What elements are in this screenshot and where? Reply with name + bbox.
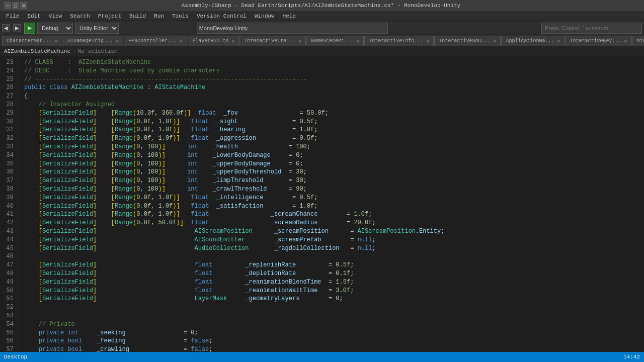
code-container: 23 24 25 26 27 28 29 30 31 32 33 34 35 3…	[0, 56, 644, 352]
tab-aidamagetrig[interactable]: AIDamageTrig...✕	[63, 36, 123, 46]
search-input[interactable]	[541, 23, 642, 34]
status-bar: Desktop 14:42	[0, 352, 644, 362]
tab-close-characterman[interactable]: ✕	[55, 38, 58, 44]
tab-close-gamescenemi[interactable]: ✕	[356, 38, 359, 44]
menu-run[interactable]: Run	[150, 11, 168, 21]
tab-missionobject[interactable]: MissionObject...✕	[632, 36, 644, 46]
menu-edit[interactable]: Edit	[23, 11, 44, 21]
close-button[interactable]: ✕	[20, 2, 27, 9]
menu-window[interactable]: Window	[251, 11, 279, 21]
menu-project[interactable]: Project	[94, 11, 125, 21]
menu-build[interactable]: Build	[125, 11, 150, 21]
tab-interactiveinfo[interactable]: InteractiveInfo...✕	[364, 36, 434, 46]
tab-prev-button[interactable]: ◀	[2, 24, 10, 32]
tab-close-applicationma[interactable]: ✕	[557, 38, 560, 44]
line-numbers: 23 24 25 26 27 28 29 30 31 32 33 34 35 3…	[0, 56, 18, 352]
tab-applicationma[interactable]: ApplicationMa...✕	[501, 36, 565, 46]
tab-playerhud[interactable]: PlayerHUD.cs✕	[188, 36, 239, 46]
play-button[interactable]: ▶	[24, 23, 35, 34]
center-search[interactable]	[197, 23, 388, 34]
tab-bar: CharacterMan...✕ AIDamageTrig...✕ FPSCon…	[0, 35, 644, 46]
tab-close-playerhud[interactable]: ✕	[231, 38, 234, 44]
tab-close-interactiveinfo[interactable]: ✕	[426, 38, 429, 44]
minimize-button[interactable]: ─	[4, 2, 11, 9]
tab-close-interactivekey[interactable]: ✕	[624, 38, 627, 44]
tab-next-button[interactable]: ▶	[13, 24, 21, 32]
tab-close-interactiveite[interactable]: ✕	[298, 38, 301, 44]
menu-tools[interactable]: Tools	[168, 11, 193, 21]
menu-search[interactable]: Search	[66, 11, 94, 21]
tab-gamescenemi[interactable]: GameSceneMi...✕	[306, 36, 364, 46]
tab-characterman[interactable]: CharacterMan...✕	[2, 36, 62, 46]
editor-select[interactable]: Unity Editor	[75, 23, 119, 34]
status-left: Desktop	[4, 354, 27, 360]
debug-select[interactable]: Debug Release	[37, 23, 73, 34]
tab-close-fpscontroller[interactable]: ✕	[180, 38, 183, 44]
toolbar: ◀ ▶ ▶ Debug Release Unity Editor	[0, 21, 644, 35]
breadcrumb: AIZombieStateMachine › No selection	[0, 46, 644, 56]
menu-view[interactable]: View	[45, 11, 66, 21]
tab-close-interactivesou[interactable]: ✕	[493, 38, 496, 44]
window-title: Assembly-CSharp - Dead Earth/Scripts/AI/…	[27, 3, 615, 9]
status-time: 14:42	[623, 354, 640, 360]
tab-fpscontroller[interactable]: FPSController...✕	[124, 36, 187, 46]
tab-close-aidamagetrig[interactable]: ✕	[116, 38, 119, 44]
menu-version-control[interactable]: Version Control	[193, 11, 251, 21]
title-bar: ─ □ ✕ Assembly-CSharp - Dead Earth/Scrip…	[0, 0, 644, 11]
tab-interactivesou[interactable]: InteractiveSou...✕	[434, 36, 501, 46]
tab-interactivekey[interactable]: InteractiveKey...✕	[565, 36, 631, 46]
menu-bar: File Edit View Search Project Build Run …	[0, 11, 644, 21]
breadcrumb-file[interactable]: AIZombieStateMachine	[4, 48, 70, 54]
menu-help[interactable]: Help	[279, 11, 300, 21]
code-editor[interactable]: // CLASS : AIZombieStateMachine // DESC …	[18, 56, 644, 352]
menu-file[interactable]: File	[2, 11, 23, 21]
maximize-button[interactable]: □	[12, 2, 19, 9]
breadcrumb-selection[interactable]: No selection	[78, 48, 118, 54]
tab-interactiveite[interactable]: InteractiveIte...✕	[239, 36, 306, 46]
